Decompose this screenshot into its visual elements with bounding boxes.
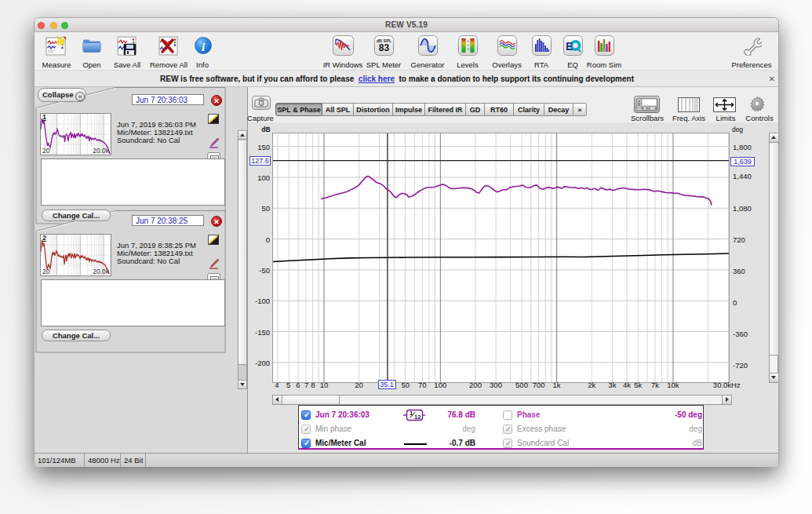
svg-text:E: E xyxy=(566,40,573,53)
svg-text:12: 12 xyxy=(414,414,421,421)
svg-text:83: 83 xyxy=(379,42,390,53)
